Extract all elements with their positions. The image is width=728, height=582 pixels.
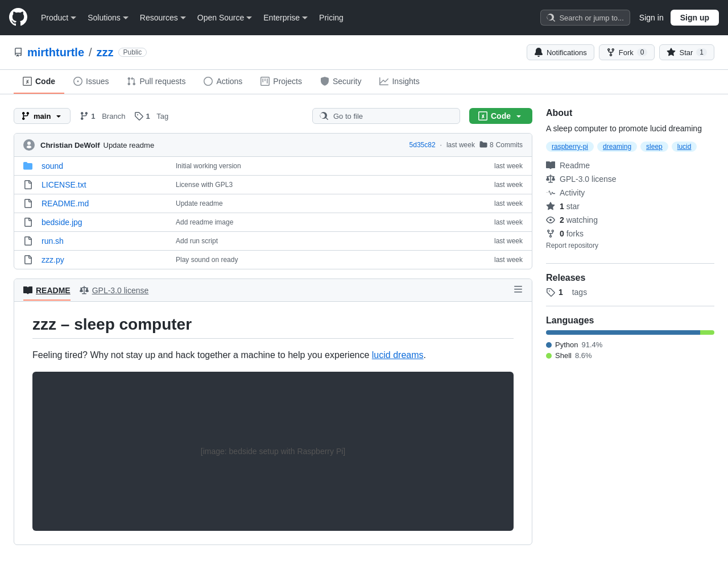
goto-file-input[interactable]: Go to file xyxy=(312,108,460,124)
python-bar-segment xyxy=(546,330,700,335)
lucid-dreams-link[interactable]: lucid dreams xyxy=(372,350,424,360)
branch-meta: 1 Branch 1 Tag xyxy=(80,111,168,120)
file-name-readme[interactable]: README.md xyxy=(42,199,167,208)
actions-icon xyxy=(204,77,213,86)
projects-icon xyxy=(260,77,270,86)
file-name-runsh[interactable]: run.sh xyxy=(42,236,167,246)
file-row[interactable]: README.md Update readme last week xyxy=(14,194,532,213)
search-icon-small xyxy=(320,111,329,120)
file-commit-zzzpy: Play sound on ready xyxy=(176,256,485,264)
tag-dreaming[interactable]: dreaming xyxy=(597,142,637,152)
github-logo[interactable] xyxy=(9,8,27,28)
nav-open-source[interactable]: Open Source xyxy=(193,9,257,27)
commits-count: 8 xyxy=(490,141,494,149)
tab-projects[interactable]: Projects xyxy=(251,70,311,94)
commits-link[interactable]: 8 Commits xyxy=(479,141,523,149)
tab-code[interactable]: Code xyxy=(14,70,64,94)
scale-icon-tab xyxy=(80,286,89,295)
search-button[interactable]: Search or jump to... xyxy=(540,10,630,26)
nav-enterprise[interactable]: Enterprise xyxy=(259,9,312,27)
file-commit-bedside: Add readme image xyxy=(176,218,485,226)
notifications-button[interactable]: Notifications xyxy=(527,44,594,60)
language-list: Python 91.4% Shell 8.6% xyxy=(546,340,714,360)
file-row[interactable]: bedside.jpg Add readme image last week xyxy=(14,213,532,232)
about-section: About A sleep computer to promote lucid … xyxy=(546,108,714,250)
file-name-sound[interactable]: sound xyxy=(42,161,167,171)
shell-lang-item: Shell 8.6% xyxy=(546,351,714,360)
book-open-icon xyxy=(23,286,32,295)
file-icon xyxy=(23,218,32,227)
tab-actions[interactable]: Actions xyxy=(195,70,251,94)
report-repository-link[interactable]: Report repository xyxy=(546,242,598,250)
branch-name: main xyxy=(34,112,51,120)
shell-bar-segment xyxy=(700,330,714,335)
file-name-bedside[interactable]: bedside.jpg xyxy=(42,218,167,227)
tab-navigation: Code Issues Pull requests Actions Projec… xyxy=(0,70,728,94)
nav-links-list: Product Solutions Resources Open Source … xyxy=(36,9,348,27)
star-label: Star xyxy=(679,48,693,57)
nav-product[interactable]: Product xyxy=(36,9,81,27)
fork-button[interactable]: Fork 0 xyxy=(599,44,655,60)
left-panel: main 1 Branch 1 Tag Go to file Code xyxy=(14,108,532,545)
tab-security[interactable]: Security xyxy=(311,70,371,94)
license-tab[interactable]: GPL-3.0 license xyxy=(80,286,149,295)
file-row[interactable]: zzz.py Play sound on ready last week xyxy=(14,251,532,269)
tag-raspberry-pi[interactable]: raspberry-pi xyxy=(546,142,594,152)
tag-count-link[interactable]: 1 Tag xyxy=(134,111,168,120)
releases-section: Releases 1 tags xyxy=(546,273,714,297)
nav-resources[interactable]: Resources xyxy=(135,9,191,27)
repo-name-link[interactable]: zzz xyxy=(97,46,114,59)
tag-icon xyxy=(134,111,143,120)
goto-file-placeholder: Go to file xyxy=(333,112,363,120)
readme-section: README GPL-3.0 license zzz – sleep compu… xyxy=(14,278,532,545)
tab-issues[interactable]: Issues xyxy=(64,70,118,94)
license-meta-link[interactable]: GPL-3.0 license xyxy=(560,174,617,184)
readme-content: zzz – sleep computer Feeling tired? Why … xyxy=(14,302,532,544)
sign-in-link[interactable]: Sign in xyxy=(639,13,664,22)
activity-meta-link[interactable]: Activity xyxy=(560,188,585,197)
fork-count: 0 xyxy=(637,48,648,56)
insights-icon xyxy=(379,77,388,86)
author-avatar xyxy=(23,139,35,151)
releases-link[interactable]: 1 tags xyxy=(546,288,714,297)
nav-solutions[interactable]: Solutions xyxy=(83,9,133,27)
file-row[interactable]: LICENSE.txt License with GPL3 last week xyxy=(14,176,532,194)
meta-license: GPL-3.0 license xyxy=(546,172,714,186)
tag-lucid[interactable]: lucid xyxy=(672,142,697,152)
tab-insights[interactable]: Insights xyxy=(370,70,428,94)
watching-meta-link[interactable]: 2 watching xyxy=(560,215,598,225)
about-description: A sleep computer to promote lucid dreami… xyxy=(546,123,714,135)
file-name-zzzpy[interactable]: zzz.py xyxy=(42,255,167,264)
file-commit-runsh: Add run script xyxy=(176,237,485,245)
readme-tab[interactable]: README xyxy=(23,286,71,301)
nav-pricing[interactable]: Pricing xyxy=(315,9,348,27)
code-icon xyxy=(23,77,32,86)
sign-up-button[interactable]: Sign up xyxy=(671,10,719,26)
readme-meta-link[interactable]: Readme xyxy=(560,161,590,170)
file-name-license[interactable]: LICENSE.txt xyxy=(42,180,167,189)
branch-selector[interactable]: main xyxy=(14,108,71,124)
branch-chevron-icon xyxy=(54,111,63,120)
tag-sleep[interactable]: sleep xyxy=(640,142,668,152)
file-icon xyxy=(23,180,32,189)
main-content: main 1 Branch 1 Tag Go to file Code xyxy=(0,94,728,559)
shell-dot xyxy=(546,353,552,359)
repo-actions: Notifications Fork 0 Star 1 xyxy=(527,44,714,60)
file-row[interactable]: run.sh Add run script last week xyxy=(14,232,532,251)
hamburger-icon xyxy=(514,285,523,294)
star-button[interactable]: Star 1 xyxy=(659,44,714,60)
stars-meta-link[interactable]: 1 star xyxy=(560,202,580,211)
license-tab-label: GPL-3.0 license xyxy=(92,286,149,295)
readme-menu-button[interactable] xyxy=(514,285,523,296)
forks-meta-link[interactable]: 0 forks xyxy=(560,229,584,238)
repo-owner-link[interactable]: mirthturtle xyxy=(27,46,84,59)
branch-count-link[interactable]: 1 Branch xyxy=(80,111,125,120)
tab-pull-requests[interactable]: Pull requests xyxy=(118,70,195,94)
file-commit-sound: Initial working version xyxy=(176,162,485,170)
readme-title: zzz – sleep computer xyxy=(32,315,514,339)
code-button[interactable]: Code xyxy=(469,108,532,124)
commit-meta: 5d35c82 · last week 8 Commits xyxy=(410,141,523,149)
commit-header: Christian DeWolf Update readme 5d35c82 ·… xyxy=(14,134,532,157)
file-row[interactable]: sound Initial working version last week xyxy=(14,157,532,176)
tag-releases-icon xyxy=(546,288,555,297)
